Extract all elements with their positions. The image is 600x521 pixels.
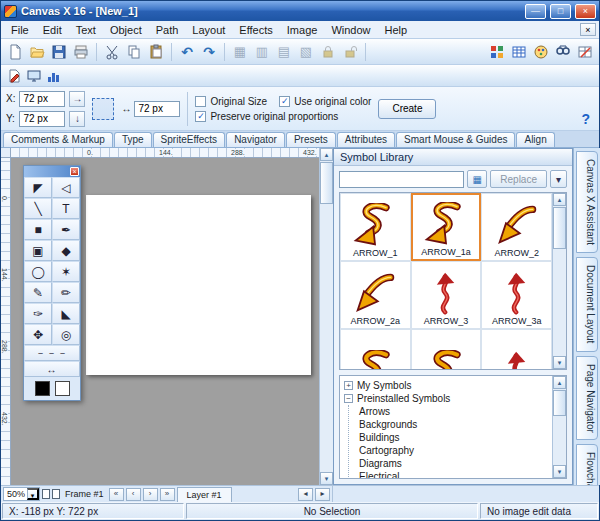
scrollbar-thumb[interactable]	[553, 390, 566, 416]
tree-item-electrical[interactable]: Electrical	[359, 470, 550, 478]
width-input[interactable]	[134, 101, 180, 117]
redo-icon[interactable]: ↷	[198, 41, 220, 63]
bucket-tool[interactable]: ◣	[52, 303, 80, 324]
tree-label[interactable]: My Symbols	[357, 380, 411, 391]
menu-layout[interactable]: Layout	[185, 22, 232, 38]
table-icon[interactable]	[508, 41, 530, 63]
tab-smart-mouse-guides[interactable]: Smart Mouse & Guides	[396, 132, 515, 147]
tab-canvas-x-assistant[interactable]: Canvas X Assistant	[576, 151, 598, 253]
x-input[interactable]	[19, 91, 65, 107]
proof-setup-icon[interactable]	[4, 67, 24, 85]
display-icon[interactable]	[24, 67, 44, 85]
tree-item-cartography[interactable]: Cartography	[359, 444, 550, 457]
tab-type[interactable]: Type	[114, 132, 152, 147]
canvas-area[interactable]: 0. 144. 288. 432. 0. 144. 288. 432. × ◤	[1, 148, 333, 485]
scroll-right-icon[interactable]: ▸	[315, 488, 330, 501]
new-document-icon[interactable]	[4, 41, 26, 63]
tab-page-navigator[interactable]: Page Navigator	[576, 356, 598, 441]
layer-tab[interactable]: Layer #1	[177, 487, 232, 502]
hand-tool[interactable]: ✥	[24, 324, 52, 345]
checkbox-empty-icon[interactable]	[195, 96, 206, 107]
histogram-icon[interactable]	[44, 67, 64, 85]
palette-icon[interactable]	[530, 41, 552, 63]
ellipse-tool[interactable]: ◯	[24, 261, 52, 282]
document-page[interactable]	[86, 195, 311, 375]
tab-align[interactable]: Align	[516, 132, 554, 147]
brush-tool[interactable]: ✑	[24, 303, 52, 324]
tab-presets[interactable]: Presets	[286, 132, 336, 147]
group-icon[interactable]: ▦	[229, 41, 251, 63]
symbol-grid-scrollbar[interactable]: ▴ ▾	[552, 193, 566, 369]
symbol-cell[interactable]: ARROW_3a	[481, 261, 552, 329]
menu-file[interactable]: File	[4, 22, 36, 38]
ink-tool[interactable]: ◆	[52, 240, 80, 261]
symbol-cell-partial[interactable]	[340, 329, 411, 369]
scrollbar-thumb[interactable]	[320, 162, 333, 204]
maximize-button[interactable]: □	[550, 4, 571, 19]
distribute-icon[interactable]: ▧	[295, 41, 317, 63]
symbol-cell-partial[interactable]	[411, 329, 482, 369]
symbol-cell-partial[interactable]	[481, 329, 552, 369]
save-icon[interactable]	[48, 41, 70, 63]
fill-color-well[interactable]	[55, 381, 70, 396]
symbol-cell-selected[interactable]: ARROW_1a	[411, 193, 482, 261]
scroll-up-icon[interactable]: ▴	[320, 148, 333, 161]
cut-icon[interactable]	[101, 41, 123, 63]
add-page-icon[interactable]	[52, 489, 60, 499]
palette-close-icon[interactable]: ×	[70, 167, 79, 176]
first-frame-icon[interactable]: «	[109, 488, 124, 501]
tree-item-backgrounds[interactable]: Backgrounds	[359, 418, 550, 431]
help-icon[interactable]: ?	[581, 111, 590, 127]
tree-item-buildings[interactable]: Buildings	[359, 431, 550, 444]
unlock-icon[interactable]	[339, 41, 361, 63]
paste-icon[interactable]	[145, 41, 167, 63]
previous-frame-icon[interactable]: ‹	[126, 488, 141, 501]
zoom-dropdown-icon[interactable]: ▾	[27, 488, 39, 500]
tree-item-my-symbols[interactable]: + My Symbols	[344, 379, 550, 392]
selection-reference-icon[interactable]	[92, 98, 114, 120]
menu-text[interactable]: Text	[69, 22, 103, 38]
rectangle-tool[interactable]: ■	[24, 219, 52, 240]
original-size-checkbox[interactable]: Original Size	[195, 96, 267, 107]
tab-flowchart[interactable]: Flowchart	[576, 444, 598, 485]
y-input[interactable]	[19, 111, 65, 127]
tab-document-layout[interactable]: Document Layout	[576, 257, 598, 351]
use-original-color-checkbox[interactable]: ✓ Use original color	[279, 96, 371, 107]
x-arrow-icon[interactable]: →	[69, 91, 85, 107]
checkbox-checked-icon[interactable]: ✓	[195, 111, 206, 122]
text-tool[interactable]: T	[52, 198, 80, 219]
canvas-vertical-scrollbar[interactable]: ▴ ▾	[319, 148, 333, 485]
menu-edit[interactable]: Edit	[36, 22, 69, 38]
tab-navigator[interactable]: Navigator	[226, 132, 285, 147]
print-icon[interactable]	[70, 41, 92, 63]
scroll-down-icon[interactable]: ▾	[320, 472, 333, 485]
scroll-down-icon[interactable]: ▾	[553, 465, 566, 478]
page-icon[interactable]	[42, 489, 50, 499]
tree-scrollbar[interactable]: ▴ ▾	[552, 376, 566, 478]
replace-symbol-icon[interactable]: ▦	[467, 170, 487, 188]
direct-select-tool[interactable]: ◁	[52, 177, 80, 198]
lock-icon[interactable]	[317, 41, 339, 63]
scroll-left-icon[interactable]: ◂	[298, 488, 313, 501]
create-button[interactable]: Create	[378, 99, 436, 119]
symbol-cell[interactable]: ARROW_2a	[340, 261, 411, 329]
copy-icon[interactable]	[123, 41, 145, 63]
scrollbar-thumb[interactable]	[553, 207, 566, 249]
library-options-dropdown-icon[interactable]: ▾	[550, 170, 567, 188]
tab-attributes[interactable]: Attributes	[337, 132, 395, 147]
tree-item-preinstalled-symbols[interactable]: − Preinstalled Symbols	[344, 392, 550, 405]
scroll-up-icon[interactable]: ▴	[553, 376, 566, 389]
ungroup-icon[interactable]: ▥	[251, 41, 273, 63]
menu-effects[interactable]: Effects	[232, 22, 279, 38]
scroll-down-icon[interactable]: ▾	[553, 356, 566, 369]
tree-label[interactable]: Preinstalled Symbols	[357, 393, 450, 404]
line-tool[interactable]: ╲	[24, 198, 52, 219]
y-arrow-icon[interactable]: ↓	[69, 111, 85, 127]
align-icon[interactable]: ▤	[273, 41, 295, 63]
menu-image[interactable]: Image	[280, 22, 325, 38]
zoom-tool[interactable]: ◎	[52, 324, 80, 345]
symbol-cell[interactable]: ARROW_1	[340, 193, 411, 261]
stroke-color-well[interactable]	[35, 381, 50, 396]
menu-window[interactable]: Window	[324, 22, 377, 38]
close-button[interactable]: ×	[575, 4, 596, 19]
